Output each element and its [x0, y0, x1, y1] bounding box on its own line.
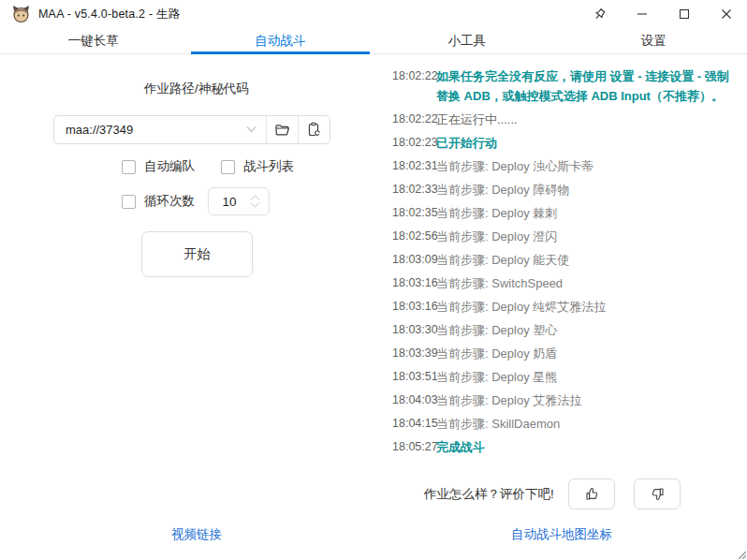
open-file-button[interactable]	[266, 116, 298, 143]
map-coordinates-link[interactable]: 自动战斗地图坐标	[511, 527, 612, 541]
tab-tools[interactable]: 小工具	[374, 28, 561, 53]
checkbox-box	[122, 160, 136, 174]
log-entry: 18:02:33 当前步骤: Deploy 障碍物	[392, 180, 747, 203]
log-entry: 18:03:51 当前步骤: Deploy 星熊	[392, 367, 747, 391]
start-button[interactable]: 开始	[141, 231, 253, 277]
app-icon	[12, 6, 30, 23]
path-input-value: maa://37349	[66, 123, 133, 137]
log-entry: 18:04:03 当前步骤: Deploy 艾雅法拉	[392, 391, 747, 414]
tab-auto-battle[interactable]: 自动战斗	[187, 28, 374, 53]
log-time: 18:03:39	[392, 344, 436, 363]
tab-settings[interactable]: 设置	[561, 28, 747, 53]
log-entry: 18:02:23 已开始行动	[392, 133, 747, 156]
paste-code-button[interactable]	[298, 116, 330, 143]
log-entry: 18:02:31 当前步骤: Deploy 浊心斯卡蒂	[392, 156, 747, 180]
log-message: 当前步骤: Deploy 艾雅法拉	[436, 391, 747, 410]
close-button[interactable]	[705, 0, 747, 28]
checkbox-label: 战斗列表	[243, 158, 294, 175]
path-input[interactable]: maa://37349	[54, 116, 266, 143]
log-entry: 18:03:16 当前步骤: SwitchSpeed	[392, 273, 747, 297]
loop-row: 循环次数	[122, 193, 195, 210]
tab-farming[interactable]: 一键长草	[0, 28, 187, 53]
log-entry: 18:03:39 当前步骤: Deploy 奶盾	[392, 344, 747, 367]
log-entry: 18:03:09 当前步骤: Deploy 能天使	[392, 250, 747, 273]
log-message: 当前步骤: SkillDaemon	[436, 414, 747, 434]
log-entry: 18:03:16 当前步骤: Deploy 纯烬艾雅法拉	[392, 297, 747, 320]
log-time: 18:04:03	[392, 391, 436, 410]
log-message: 正在运行中......	[436, 110, 747, 129]
log-list[interactable]: 18:02:22 如果任务完全没有反应，请使用 设置 - 连接设置 - 强制替换…	[392, 66, 747, 469]
log-message: 当前步骤: Deploy 塑心	[436, 320, 747, 340]
chevron-up-icon	[250, 195, 260, 201]
log-message: 当前步骤: Deploy 棘刺	[436, 203, 747, 223]
like-button[interactable]	[568, 479, 615, 509]
window-title: MAA - v5.4.0-beta.2 - 生路	[38, 7, 180, 22]
tab-bar: 一键长草 自动战斗 小工具 设置	[0, 28, 747, 54]
folder-open-icon	[274, 123, 290, 138]
log-time: 18:04:15	[392, 414, 436, 434]
tab-label: 小工具	[448, 33, 487, 50]
resize-grip[interactable]	[737, 550, 746, 559]
maximize-button[interactable]	[663, 0, 705, 28]
log-time: 18:02:56	[392, 227, 436, 246]
log-message: 当前步骤: Deploy 奶盾	[436, 344, 747, 363]
path-input-group: maa://37349	[53, 115, 330, 144]
log-entry: 18:02:22 正在运行中......	[392, 110, 747, 133]
log-message: 如果任务完全没有反应，请使用 设置 - 连接设置 - 强制替换 ADB，或触控模…	[436, 66, 747, 106]
maximize-icon	[679, 8, 690, 20]
minimize-button[interactable]	[621, 0, 663, 28]
pin-button[interactable]	[579, 0, 621, 28]
video-link[interactable]: 视频链接	[171, 527, 222, 541]
clipboard-paste-icon	[306, 122, 322, 138]
log-entry: 18:02:22 如果任务完全没有反应，请使用 设置 - 连接设置 - 强制替换…	[392, 66, 747, 110]
log-time: 18:03:51	[392, 367, 436, 387]
log-message: 完成战斗	[436, 437, 747, 457]
log-time: 18:03:16	[392, 273, 436, 293]
checkbox-box	[122, 195, 136, 209]
log-time: 18:02:22	[392, 110, 436, 129]
log-time: 18:05:27	[392, 437, 436, 457]
stepper-arrows[interactable]	[250, 195, 260, 208]
rating-row: 作业怎么样？评价下吧!	[393, 479, 747, 510]
loop-count-stepper[interactable]: 10	[208, 187, 270, 215]
log-message: 当前步骤: Deploy 浊心斯卡蒂	[436, 156, 747, 176]
title-bar: MAA - v5.4.0-beta.2 - 生路	[0, 0, 747, 28]
checkbox-label: 循环次数	[144, 193, 195, 210]
log-time: 18:03:09	[392, 250, 436, 270]
log-time: 18:02:31	[392, 156, 436, 176]
log-message: 当前步骤: Deploy 障碍物	[436, 180, 747, 199]
log-message: 当前步骤: Deploy 能天使	[436, 250, 747, 270]
options-row: 自动编队 战斗列表	[122, 158, 294, 175]
chevron-down-icon[interactable]	[246, 125, 256, 133]
log-entry: 18:04:15 当前步骤: SkillDaemon	[392, 414, 747, 437]
checkbox-box	[221, 160, 235, 174]
log-time: 18:02:35	[392, 203, 436, 223]
path-label: 作业路径/神秘代码	[0, 81, 393, 97]
chevron-down-icon	[250, 201, 260, 208]
log-time: 18:02:33	[392, 180, 436, 199]
log-entry: 18:05:27 完成战斗	[392, 437, 747, 461]
log-message: 当前步骤: Deploy 纯烬艾雅法拉	[436, 297, 747, 317]
log-time: 18:02:23	[392, 133, 436, 153]
minimize-icon	[637, 8, 648, 20]
close-icon	[721, 8, 732, 20]
log-time: 18:02:22	[392, 66, 436, 86]
log-time: 18:03:30	[392, 320, 436, 340]
log-message: 已开始行动	[436, 133, 747, 153]
thumbs-up-icon	[584, 486, 600, 502]
log-message: 当前步骤: SwitchSpeed	[436, 273, 747, 293]
log-entry: 18:02:35 当前步骤: Deploy 棘刺	[392, 203, 747, 227]
checkbox-label: 自动编队	[144, 158, 195, 175]
tab-label: 自动战斗	[255, 33, 305, 50]
log-message: 当前步骤: Deploy 澄闪	[436, 227, 747, 246]
battle-list-checkbox[interactable]: 战斗列表	[221, 158, 294, 175]
loop-count-checkbox[interactable]: 循环次数	[122, 193, 195, 210]
log-message: 当前步骤: Deploy 星熊	[436, 367, 747, 387]
tab-label: 设置	[641, 33, 666, 50]
auto-squad-checkbox[interactable]: 自动编队	[122, 158, 195, 175]
log-entry: 18:02:56 当前步骤: Deploy 澄闪	[392, 227, 747, 250]
thumbs-down-icon	[650, 486, 666, 502]
dislike-button[interactable]	[634, 479, 681, 509]
log-entry: 18:03:30 当前步骤: Deploy 塑心	[392, 320, 747, 344]
log-time: 18:03:16	[392, 297, 436, 317]
